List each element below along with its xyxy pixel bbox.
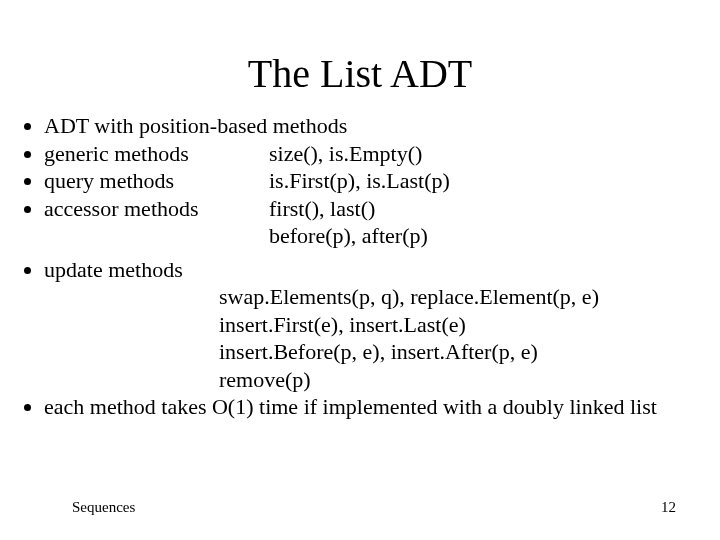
- value-generic: size(), is.Empty(): [269, 140, 704, 168]
- bullet-list-3: each method takes O(1) time if implement…: [44, 393, 704, 421]
- update-line-3: insert.Before(p, e), insert.After(p, e): [44, 338, 704, 366]
- slide-title: The List ADT: [0, 50, 720, 97]
- bullet-query: query methods is.First(p), is.Last(p): [44, 167, 704, 195]
- bullet-update: update methods: [44, 256, 704, 284]
- value-accessor-2: before(p), after(p): [44, 222, 704, 250]
- value-accessor: first(), last(): [269, 195, 704, 223]
- update-line-2: insert.First(e), insert.Last(e): [44, 311, 704, 339]
- bullet-o1: each method takes O(1) time if implement…: [44, 393, 704, 421]
- footer-page-number: 12: [661, 499, 676, 516]
- bullet-list-2: update methods: [44, 256, 704, 284]
- slide-body: ADT with position-based methods generic …: [44, 112, 704, 421]
- bullet-accessor: accessor methods first(), last(): [44, 195, 704, 223]
- label-update: update methods: [44, 257, 183, 282]
- bullet-list: ADT with position-based methods generic …: [44, 112, 704, 222]
- update-line-4: remove(p): [44, 366, 704, 394]
- label-query: query methods: [44, 167, 269, 195]
- update-line-1: swap.Elements(p, q), replace.Element(p, …: [44, 283, 704, 311]
- bullet-generic: generic methods size(), is.Empty(): [44, 140, 704, 168]
- label-accessor: accessor methods: [44, 195, 269, 223]
- label-generic: generic methods: [44, 140, 269, 168]
- footer-left: Sequences: [72, 499, 135, 516]
- bullet-adt: ADT with position-based methods: [44, 112, 704, 140]
- value-query: is.First(p), is.Last(p): [269, 167, 704, 195]
